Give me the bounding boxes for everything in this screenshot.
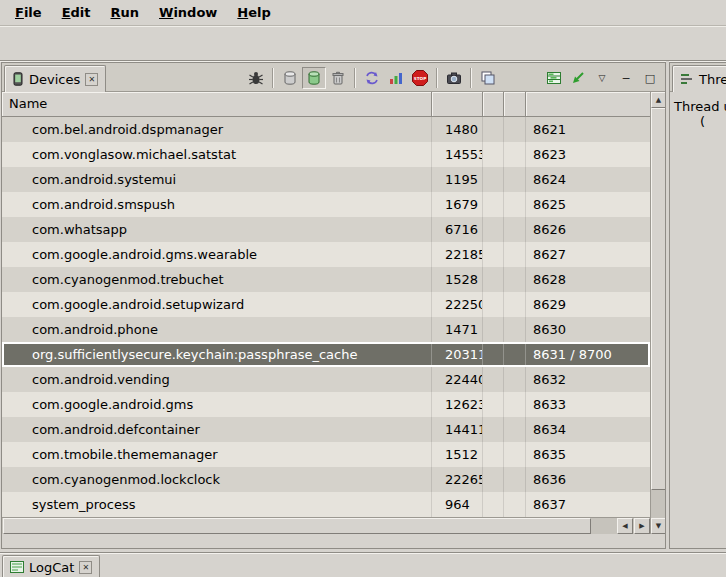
vertical-scrollbar[interactable]: ▲ ▼ xyxy=(650,92,665,534)
table-row[interactable]: com.tmobile.thememanager15128635 xyxy=(2,442,650,467)
table-row[interactable]: com.whatsapp67168626 xyxy=(2,217,650,242)
cell-empty xyxy=(504,467,526,492)
toolbar-separator xyxy=(436,68,438,88)
table-row[interactable]: com.android.phone14718630 xyxy=(2,317,650,342)
process-name: com.google.android.gms xyxy=(2,392,432,417)
process-name: com.android.phone xyxy=(2,317,432,342)
column-header-4[interactable] xyxy=(504,92,526,117)
horizontal-scrollbar[interactable]: ◀ ▶ xyxy=(2,517,650,534)
process-name: com.android.defcontainer xyxy=(2,417,432,442)
svg-text:STOP: STOP xyxy=(414,76,427,81)
scroll-down-icon[interactable]: ▼ xyxy=(651,518,666,534)
minimize-icon: ─ xyxy=(623,73,630,84)
update-heap-icon xyxy=(282,70,298,86)
cell-empty xyxy=(504,217,526,242)
scroll-up-icon[interactable]: ▲ xyxy=(651,92,666,108)
table-row[interactable]: com.cyanogenmod.lockclock222658636 xyxy=(2,467,650,492)
process-name: com.tmobile.thememanager xyxy=(2,442,432,467)
process-pid: 22440 xyxy=(432,367,483,392)
dump-hprof-button[interactable] xyxy=(302,67,326,89)
vertical-scroll-thumb[interactable] xyxy=(651,108,666,490)
table-row[interactable]: com.vonglasow.michael.satstat145538623 xyxy=(2,142,650,167)
process-port: 8626 xyxy=(526,217,650,242)
cell-empty xyxy=(483,492,504,517)
menu-run[interactable]: Run xyxy=(102,2,149,23)
process-port: 8637 xyxy=(526,492,650,517)
close-icon[interactable]: ✕ xyxy=(79,561,92,574)
cell-empty xyxy=(483,392,504,417)
cause-gc-icon xyxy=(330,70,346,86)
process-name: com.google.android.setupwizard xyxy=(2,292,432,317)
screen-capture-icon xyxy=(446,70,462,86)
menu-window[interactable]: Window xyxy=(150,2,226,23)
cell-empty xyxy=(504,342,526,367)
systrace-icon xyxy=(546,70,562,86)
cause-gc-button[interactable] xyxy=(326,67,350,89)
screen-record-button[interactable] xyxy=(476,67,500,89)
view-menu-icon: ▽ xyxy=(599,74,606,83)
scroll-right-icon[interactable]: ▶ xyxy=(634,518,650,534)
minimize-button[interactable]: ─ xyxy=(614,67,638,89)
column-header-pid[interactable] xyxy=(432,92,483,117)
table-row-selected[interactable]: org.sufficientlysecure.keychain:passphra… xyxy=(2,342,650,367)
menu-help[interactable]: Help xyxy=(228,2,279,23)
process-name: system_process xyxy=(2,492,432,517)
table-row[interactable]: com.android.systemui11958624 xyxy=(2,167,650,192)
table-row[interactable]: com.android.defcontainer144118634 xyxy=(2,417,650,442)
maximize-icon: □ xyxy=(645,73,655,84)
process-pid: 14553 xyxy=(432,142,483,167)
scroll-left-icon[interactable]: ◀ xyxy=(617,518,633,534)
table-row[interactable]: com.bel.android.dspmanager14808621 xyxy=(2,117,650,142)
toolbar-separator xyxy=(354,68,356,88)
method-profiling-button[interactable] xyxy=(384,67,408,89)
debug-process-icon xyxy=(248,70,264,86)
table-row[interactable]: com.cyanogenmod.trebuchet15288628 xyxy=(2,267,650,292)
table-row[interactable]: com.android.vending224408632 xyxy=(2,367,650,392)
process-name: org.sufficientlysecure.keychain:passphra… xyxy=(2,342,432,367)
dump-hprof-icon xyxy=(306,70,322,86)
cell-empty xyxy=(504,367,526,392)
update-threads-button[interactable] xyxy=(360,67,384,89)
systrace-button[interactable] xyxy=(542,67,566,89)
cell-empty xyxy=(483,367,504,392)
tab-devices[interactable]: Devices ✕ xyxy=(4,65,106,92)
table-row[interactable]: com.google.android.gms126238633 xyxy=(2,392,650,417)
threads-message-line2: ( xyxy=(670,114,726,129)
tab-threads-label: Threads xyxy=(699,72,726,87)
tab-logcat[interactable]: LogCat ✕ xyxy=(2,555,100,577)
table-row[interactable]: system_process9648637 xyxy=(2,492,650,517)
table-header: Name xyxy=(2,92,650,117)
opengl-trace-button[interactable] xyxy=(566,67,590,89)
close-icon[interactable]: ✕ xyxy=(85,73,98,86)
process-name: com.cyanogenmod.lockclock xyxy=(2,467,432,492)
table-row[interactable]: com.google.android.setupwizard222508629 xyxy=(2,292,650,317)
toolbar-strip xyxy=(0,26,726,61)
view-menu-button[interactable]: ▽ xyxy=(590,67,614,89)
process-pid: 1480 xyxy=(432,117,483,142)
maximize-button[interactable]: □ xyxy=(638,67,662,89)
process-name: com.android.vending xyxy=(2,367,432,392)
table-row[interactable]: com.android.smspush16798625 xyxy=(2,192,650,217)
process-pid: 20311 xyxy=(432,342,483,367)
menu-file[interactable]: File xyxy=(6,2,51,23)
screen-capture-button[interactable] xyxy=(442,67,466,89)
column-header-3[interactable] xyxy=(483,92,504,117)
cell-empty xyxy=(504,317,526,342)
menu-edit[interactable]: Edit xyxy=(53,2,100,23)
debug-process-button[interactable] xyxy=(244,67,268,89)
horizontal-scroll-thumb[interactable] xyxy=(3,518,591,534)
process-pid: 14411 xyxy=(432,417,483,442)
column-header-name[interactable]: Name xyxy=(2,92,432,117)
stop-process-button[interactable]: STOP xyxy=(408,67,432,89)
process-port: 8636 xyxy=(526,467,650,492)
table-row[interactable]: com.google.android.gms.wearable221858627 xyxy=(2,242,650,267)
update-heap-button[interactable] xyxy=(278,67,302,89)
cell-empty xyxy=(483,467,504,492)
tab-logcat-label: LogCat xyxy=(29,560,74,575)
process-port: 8628 xyxy=(526,267,650,292)
process-name: com.vonglasow.michael.satstat xyxy=(2,142,432,167)
tab-threads[interactable]: Threads xyxy=(672,65,726,92)
process-port: 8630 xyxy=(526,317,650,342)
process-pid: 1471 xyxy=(432,317,483,342)
column-header-port[interactable] xyxy=(526,92,650,117)
